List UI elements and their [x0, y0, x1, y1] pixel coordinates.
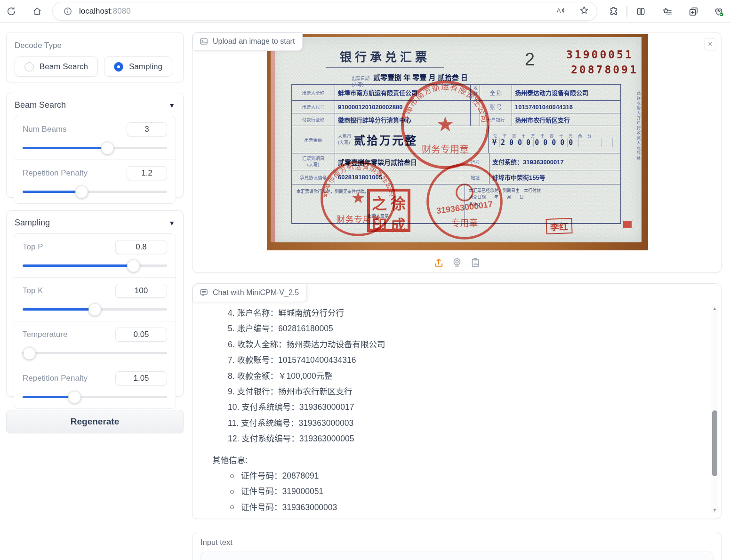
chat-item: 4. 账户名称：鲜城南航分行分行	[212, 305, 705, 321]
text-input-field[interactable]	[200, 552, 714, 560]
sampling-card: Sampling ▼ Top P 0.8 Top K 100 Temperatu…	[6, 210, 184, 397]
lihong-name-stamp: 李红	[545, 218, 572, 234]
decode-type-label: Decode Type	[15, 41, 175, 50]
url-text: localhost:8080	[79, 7, 131, 16]
refresh-icon[interactable]	[5, 5, 18, 18]
beam-rep-penalty-input[interactable]: 1.2	[127, 166, 167, 180]
radio-off-icon[interactable]	[24, 62, 34, 72]
image-icon	[199, 37, 209, 46]
chevron-down-icon[interactable]: ▼	[168, 102, 175, 109]
split-screen-icon[interactable]	[634, 5, 647, 18]
svg-text:财务专用章: 财务专用章	[422, 144, 469, 155]
bullet-icon	[230, 490, 234, 494]
bullet-icon	[230, 474, 234, 478]
browser-essentials-icon[interactable]	[712, 5, 725, 18]
radio-on-icon[interactable]	[114, 62, 123, 72]
top-k-slider[interactable]	[23, 308, 167, 311]
chat-scrollbar[interactable]: ▲ ▼	[711, 304, 718, 514]
chevron-down-icon[interactable]: ▼	[168, 219, 175, 227]
scrollbar-thumb[interactable]	[712, 410, 717, 476]
read-aloud-icon[interactable]: A	[555, 5, 567, 17]
other-info-heading: 其他信息:	[212, 453, 705, 468]
sampling-rep-penalty-slider-handle[interactable]	[68, 391, 81, 403]
list-item: 证件号码：319000051	[212, 484, 705, 499]
bank-draft-paper: 银行承兑汇票 2 31900051 20878091 出票日期 贰零壹捌 年 零…	[271, 37, 642, 242]
bullet-icon	[230, 505, 234, 509]
company-finance-round-stamp: 蚌埠市南方航运有限责任公司 ★ 财务专用章	[398, 78, 492, 172]
bank-round-stamp: 319363000017 专用章	[424, 161, 505, 242]
temperature-label: Temperature	[23, 330, 67, 339]
bill-side-note: 此联收款人开户行收款入账凭证	[635, 91, 641, 160]
list-item: 证件号码：319363000003	[212, 500, 705, 515]
temperature-slider[interactable]	[23, 352, 167, 354]
favorites-bar-icon[interactable]	[660, 5, 674, 18]
close-image-button[interactable]: ✕	[704, 38, 716, 50]
favorite-star-icon[interactable]	[579, 5, 589, 17]
temperature-input[interactable]: 0.05	[115, 328, 167, 342]
uploaded-bill-image: 银行承兑汇票 2 31900051 20878091 出票日期 贰零壹捌 年 零…	[267, 34, 648, 250]
beam-search-header[interactable]: Beam Search ▼	[7, 93, 183, 115]
beam-search-card: Beam Search ▼ Num Beams 3 Repetition Pen…	[6, 93, 184, 198]
radio-beam-search-label: Beam Search	[40, 62, 88, 72]
beam-rep-penalty-label: Repetition Penalty	[23, 168, 88, 178]
chat-bubble-icon	[199, 288, 209, 297]
input-text-panel: Input text	[192, 532, 722, 560]
top-p-input[interactable]: 0.8	[115, 240, 167, 254]
scroll-down-arrow[interactable]: ▼	[711, 507, 718, 512]
paste-image-icon[interactable]	[470, 257, 481, 270]
home-icon[interactable]	[31, 5, 44, 18]
bill-title: 银行承兑汇票	[326, 48, 444, 68]
sampling-rep-penalty-input[interactable]: 1.05	[115, 371, 167, 385]
upload-tab-label: Upload an image to start	[193, 32, 303, 51]
input-text-label: Input text	[201, 538, 233, 547]
num-beams-slider-handle[interactable]	[101, 142, 114, 154]
chat-item: 11. 支付系统编号：319363000003	[212, 416, 705, 431]
address-bar[interactable]: localhost:8080 A	[53, 2, 597, 20]
svg-text:A: A	[557, 7, 561, 14]
site-info-icon[interactable]	[63, 7, 72, 16]
sampling-header[interactable]: Sampling ▼	[7, 211, 183, 232]
top-k-input[interactable]: 100	[115, 284, 167, 298]
num-beams-slider[interactable]	[23, 147, 167, 149]
corner-red-seal	[622, 220, 633, 229]
svg-text:★: ★	[351, 189, 365, 207]
top-p-label: Top P	[23, 242, 43, 252]
upload-icon[interactable]	[433, 257, 444, 270]
chat-item: 8. 收款金额：￥100,000元整	[212, 368, 705, 384]
svg-text:319363000017: 319363000017	[436, 200, 493, 216]
name-seal-stamp: 之徐 印成	[367, 189, 410, 232]
radio-beam-search[interactable]: Beam Search	[15, 56, 98, 77]
top-p-slider-handle[interactable]	[127, 259, 140, 272]
chat-item: 9. 支付银行：扬州市农行新区支行	[212, 384, 705, 400]
chat-item: 5. 账户编号：602816180005	[212, 321, 705, 336]
svg-text:专用章: 专用章	[451, 218, 478, 228]
regenerate-button[interactable]: Regenerate	[6, 410, 184, 433]
svg-text:★: ★	[436, 112, 454, 136]
decode-type-card: Decode Type Beam Search Sampling	[6, 32, 184, 82]
sampling-title: Sampling	[15, 218, 50, 228]
chat-item: 7. 收款账号：10157410400434316	[212, 352, 705, 368]
bill-copy-number: 2	[525, 49, 535, 70]
beam-search-title: Beam Search	[15, 100, 66, 110]
beam-rep-penalty-slider[interactable]	[23, 191, 167, 193]
temperature-slider-handle[interactable]	[23, 347, 36, 360]
upload-image-panel: Upload an image to start ✕ 银行承兑汇票 2 3190…	[192, 32, 722, 273]
radio-sampling-label: Sampling	[129, 62, 162, 72]
top-p-slider[interactable]	[23, 264, 167, 267]
collections-icon[interactable]	[687, 5, 700, 18]
bill-serial-bottom: 20878091	[571, 64, 638, 76]
beam-rep-penalty-slider-handle[interactable]	[75, 185, 88, 198]
top-k-slider-handle[interactable]	[88, 303, 101, 316]
extensions-icon[interactable]	[607, 5, 620, 18]
num-beams-input[interactable]: 3	[127, 122, 167, 136]
webcam-icon[interactable]	[451, 257, 463, 270]
top-k-label: Top K	[23, 286, 43, 296]
radio-sampling[interactable]: Sampling	[104, 56, 172, 77]
sampling-rep-penalty-slider[interactable]	[23, 396, 167, 398]
sampling-rep-penalty-label: Repetition Penalty	[23, 374, 88, 383]
chat-item: 12. 支付系统编号：319363000005	[212, 431, 705, 447]
num-beams-label: Num Beams	[23, 125, 67, 134]
scroll-up-arrow[interactable]: ▲	[711, 306, 718, 311]
chat-item: 6. 收款人全称：扬州泰达力动设备有限公司	[212, 337, 705, 352]
browser-toolbar: localhost:8080 A	[0, 0, 730, 23]
